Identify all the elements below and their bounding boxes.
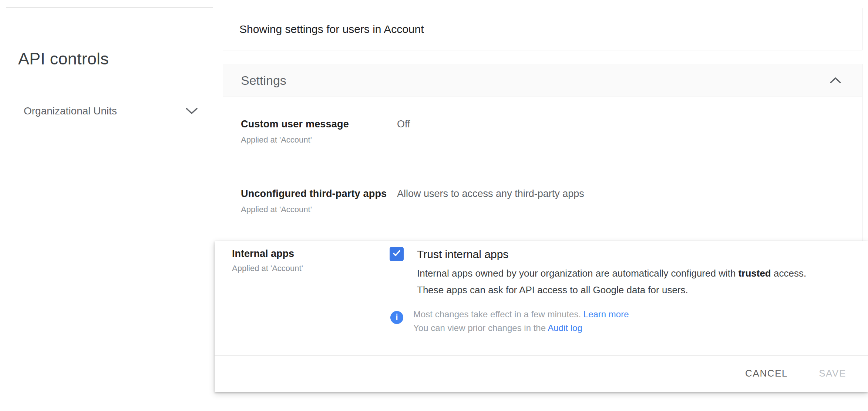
settings-panel-title: Settings	[241, 73, 286, 88]
internal-apps-applied-at: Applied at 'Account'	[232, 264, 303, 273]
desc-prefix: Internal apps owned by your organization…	[417, 268, 739, 279]
sidebar-item-organizational-units[interactable]: Organizational Units	[6, 98, 213, 124]
chevron-up-icon	[830, 77, 841, 84]
cancel-button[interactable]: CANCEL	[745, 368, 788, 379]
settings-panel-header: Settings	[223, 64, 862, 97]
sidebar-divider	[6, 89, 213, 89]
desc-suffix: access.	[771, 268, 806, 279]
api-controls-sidebar: API controls Organizational Units	[6, 7, 213, 409]
organizational-units-label: Organizational Units	[24, 105, 117, 117]
trust-description-line2: These apps can ask for API access to all…	[417, 282, 806, 298]
info-icon: i	[390, 311, 403, 324]
setting-applied-at: Applied at 'Account'	[241, 135, 349, 145]
info-line2-text: You can view prior changes in the	[413, 323, 548, 333]
chevron-down-icon	[185, 107, 198, 115]
trust-internal-apps-checkbox[interactable]	[390, 247, 404, 261]
setting-title: Custom user message	[241, 118, 349, 130]
setting-row-unconfigured-third-party-apps[interactable]: Unconfigured third-party apps Applied at…	[241, 188, 387, 214]
audit-log-link[interactable]: Audit log	[548, 323, 582, 333]
info-note: Most changes take effect in a few minute…	[413, 307, 629, 335]
api-controls-page: { "sidebar": { "title": "API controls", …	[0, 0, 868, 411]
checkbox-checked-icon	[391, 248, 402, 260]
learn-more-link[interactable]: Learn more	[583, 309, 629, 319]
setting-applied-at: Applied at 'Account'	[241, 205, 387, 214]
internal-apps-title: Internal apps	[232, 248, 294, 260]
trust-description-line1: Internal apps owned by your organization…	[417, 265, 806, 282]
settings-panel: Settings Custom user message Applied at …	[223, 64, 862, 244]
collapse-settings-button[interactable]	[825, 70, 846, 91]
save-button[interactable]: SAVE	[819, 368, 846, 379]
setting-value-unconfigured-third-party-apps: Allow users to access any third-party ap…	[397, 188, 584, 200]
setting-row-custom-user-message[interactable]: Custom user message Applied at 'Account'	[241, 118, 349, 145]
internal-apps-edit-card: Internal apps Applied at 'Account' Trust…	[215, 241, 868, 392]
scope-bar: Showing settings for users in Account	[223, 8, 862, 50]
setting-value-custom-user-message: Off	[397, 118, 410, 130]
trust-internal-apps-label[interactable]: Trust internal apps	[417, 248, 508, 261]
desc-bold-trusted: trusted	[739, 268, 771, 279]
trust-description: Internal apps owned by your organization…	[417, 265, 806, 298]
info-note-line1: Most changes take effect in a few minute…	[413, 307, 629, 321]
info-line1-text: Most changes take effect in a few minute…	[413, 309, 583, 319]
page-title: API controls	[18, 49, 109, 68]
card-actions: CANCEL SAVE	[745, 363, 846, 384]
info-note-line2: You can view prior changes in the Audit …	[413, 321, 629, 335]
scope-text: Showing settings for users in Account	[239, 23, 424, 36]
setting-title: Unconfigured third-party apps	[241, 188, 387, 200]
buttons-divider	[215, 355, 868, 356]
